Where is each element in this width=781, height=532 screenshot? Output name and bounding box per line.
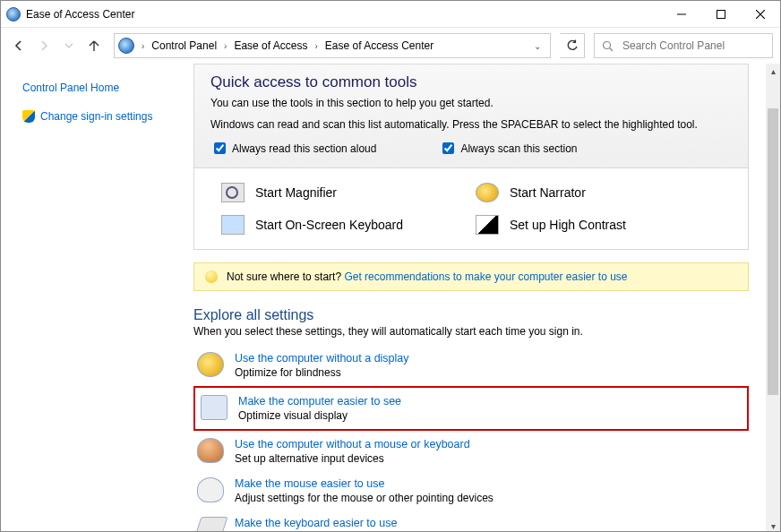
check-read-aloud[interactable]: Always read this section aloud [210,140,376,157]
setting-link[interactable]: Use the computer without a display [235,352,409,365]
keyboard-icon [193,517,228,532]
setting-desc: Optimize visual display [238,409,401,422]
vertical-scrollbar[interactable]: ▴ ▾ [766,64,780,532]
keyboard-icon [221,215,245,235]
quick-title: Quick access to common tools [210,73,732,91]
setting-without-mouse-keyboard[interactable]: Use the computer without a mouse or keyb… [193,433,749,470]
forward-button[interactable] [33,35,55,56]
shield-icon [22,110,35,123]
setting-easier-to-see[interactable]: Make the computer easier to see Optimize… [193,386,749,431]
refresh-button[interactable] [560,33,585,58]
person-icon [197,438,224,463]
nav-label: Control Panel Home [22,82,119,94]
start-narrator[interactable]: Start Narrator [476,183,730,202]
main-content: Quick access to common tools You can use… [193,64,780,532]
setting-link[interactable]: Use the computer without a mouse or keyb… [235,438,470,450]
quick-line1: You can use the tools in this section to… [210,97,732,109]
mouse-icon [197,477,224,502]
hint-text: Not sure where to start? [227,270,344,283]
setting-without-display[interactable]: Use the computer without a display Optim… [193,347,749,384]
svg-rect-1 [717,10,725,18]
check-scan[interactable]: Always scan this section [439,140,577,157]
explore-desc: When you select these settings, they wil… [193,325,749,338]
scroll-down-arrow[interactable]: ▾ [766,519,780,532]
quick-access-box: Quick access to common tools You can use… [193,64,749,168]
maximize-button[interactable] [701,1,741,28]
explore-title: Explore all settings [193,307,749,323]
svg-point-4 [604,41,611,48]
checkbox-read[interactable] [214,142,226,154]
breadcrumb-item[interactable]: Control Panel [148,38,220,54]
left-nav: Control Panel Home Change sign-in settin… [1,64,193,532]
tool-label: Start Magnifier [255,185,337,200]
setting-keyboard-easier[interactable]: Make the keyboard easier to use Adjust s… [193,511,749,532]
chevron-right-icon: › [222,41,228,51]
search-icon [602,40,614,52]
setting-desc: Set up alternative input devices [235,452,470,465]
setting-link[interactable]: Make the computer easier to see [238,395,401,408]
checkbox-scan[interactable] [442,142,454,154]
chevron-right-icon: › [313,41,319,51]
setting-mouse-easier[interactable]: Make the mouse easier to use Adjust sett… [193,472,749,510]
recent-dropdown[interactable] [58,35,80,56]
contrast-icon [476,215,499,235]
start-osk[interactable]: Start On-Screen Keyboard [221,215,476,235]
explore-section: Explore all settings When you select the… [193,307,749,532]
breadcrumb-item[interactable]: Ease of Access [230,38,311,54]
setting-link[interactable]: Make the mouse easier to use [235,477,384,490]
chevron-right-icon: › [140,41,146,51]
tools-box: Start Magnifier Start Narrator Start On-… [193,168,749,250]
breadcrumb-item[interactable]: Ease of Access Center [322,38,437,54]
setting-desc: Optimize for blindness [235,366,409,379]
scroll-thumb[interactable] [768,108,778,395]
close-button[interactable] [741,1,780,28]
narrator-icon [476,183,499,202]
start-magnifier[interactable]: Start Magnifier [221,183,476,202]
address-bar[interactable]: › Control Panel › Ease of Access › Ease … [114,33,551,58]
quick-line2: Windows can read and scan this list auto… [210,118,732,131]
tool-label: Start On-Screen Keyboard [255,218,403,232]
setting-link[interactable]: Make the keyboard easier to use [235,517,397,529]
svg-line-5 [610,47,614,51]
magnifier-icon [221,183,245,202]
app-icon [6,7,21,21]
back-button[interactable] [8,35,30,56]
display-magnifier-icon [201,395,227,420]
window-title: Ease of Access Center [26,8,662,21]
speech-icon [197,352,224,377]
search-input[interactable] [621,39,765,53]
tool-label: Set up High Contrast [510,218,626,232]
recommendations-link[interactable]: Get recommendations to make your compute… [344,270,627,283]
up-button[interactable] [83,35,105,56]
setting-desc: Adjust settings for the mouse or other p… [235,492,493,504]
minimize-button[interactable] [662,1,701,28]
hint-bar: Not sure where to start? Get recommendat… [193,262,749,291]
change-signin-link[interactable]: Change sign-in settings [22,110,185,123]
tool-label: Start Narrator [510,185,586,200]
location-icon [118,38,134,54]
titlebar: Ease of Access Center [1,1,780,28]
scroll-up-arrow[interactable]: ▴ [766,64,780,78]
setup-high-contrast[interactable]: Set up High Contrast [476,215,730,235]
bulb-icon [205,270,218,283]
chevron-down-icon[interactable]: ⌄ [528,41,546,51]
control-panel-home-link[interactable]: Control Panel Home [22,82,185,94]
search-box[interactable] [594,33,773,58]
nav-label: Change sign-in settings [40,110,152,123]
navbar: › Control Panel › Ease of Access › Ease … [1,28,780,64]
